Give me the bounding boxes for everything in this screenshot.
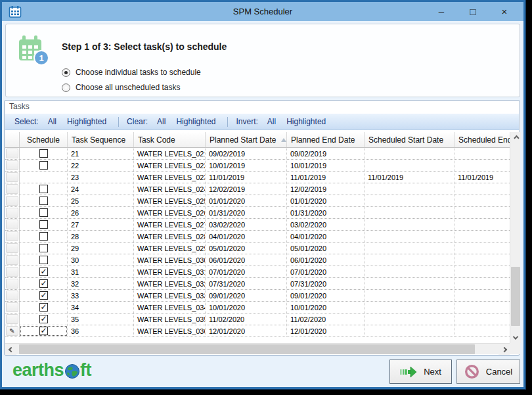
minimize-button[interactable]: – [433,2,450,21]
row-indicator[interactable] [6,160,18,170]
scheduled-end-date-cell[interactable] [454,254,510,266]
row-indicator[interactable] [6,172,18,182]
planned-start-date-cell[interactable]: 11/01/2019 [206,172,287,183]
row-indicator-cell[interactable] [5,314,20,325]
row-indicator[interactable] [6,149,18,158]
row-indicator[interactable] [6,231,18,241]
scheduled-start-date-cell[interactable] [365,183,454,195]
header-task-code[interactable]: Task Code [134,132,206,147]
planned-end-date-cell[interactable]: 10/01/2020 [287,302,365,313]
planned-end-date-cell[interactable]: 11/02/2020 [287,314,365,325]
task-code-cell[interactable]: WATER LEVELS_033 [134,290,206,301]
title-bar[interactable]: SPM Scheduler – □ × [2,2,523,21]
header-planned-end-date[interactable]: Planned End Date [287,132,365,147]
table-row[interactable]: ✎ 36 WATER LEVELS_036 12/01/2020 12/01/2… [5,325,510,337]
task-code-cell[interactable]: WATER LEVELS_032 [134,278,206,289]
schedule-checkbox[interactable] [39,303,48,312]
header-scheduled-start-date[interactable]: Scheduled Start Date [365,132,454,147]
schedule-cell[interactable] [20,207,68,218]
vertical-scroll-thumb[interactable] [511,267,520,326]
clear-all-action[interactable]: All [157,117,166,126]
task-code-cell[interactable]: WATER LEVELS_025 [134,195,206,206]
table-row[interactable]: 24 WATER LEVELS_024 12/02/2019 12/02/201… [5,183,510,195]
table-row[interactable]: 26 WATER LEVELS_026 01/31/2020 01/31/202… [5,207,510,219]
row-indicator-cell[interactable] [5,172,20,183]
scheduled-end-date-cell[interactable] [454,183,510,195]
schedule-cell[interactable] [20,302,68,313]
table-row[interactable]: 23 WATER LEVELS_023 11/01/2019 11/01/201… [5,172,510,183]
schedule-checkbox[interactable] [39,232,48,241]
planned-end-date-cell[interactable]: 01/31/2020 [287,207,365,218]
schedule-cell[interactable] [20,290,68,301]
table-row[interactable]: 22 WATER LEVELS_022 10/01/2019 10/01/201… [5,160,510,172]
planned-start-date-cell[interactable]: 04/01/2020 [206,231,287,242]
scroll-down-button[interactable] [510,332,521,343]
planned-end-date-cell[interactable]: 06/01/2020 [287,254,365,266]
row-indicator-cell[interactable] [5,290,20,301]
scheduled-end-date-cell[interactable] [454,243,510,254]
scheduled-end-date-cell[interactable]: 11/01/2019 [454,172,510,183]
schedule-checkbox[interactable] [39,220,48,229]
planned-start-date-cell[interactable]: 12/02/2019 [206,183,287,195]
table-row[interactable]: 32 WATER LEVELS_032 07/31/2020 07/31/202… [5,278,510,290]
scheduled-end-date-cell[interactable] [454,325,510,337]
radio-all-unscheduled[interactable]: Choose all unscheduled tasks [62,83,180,92]
planned-start-date-cell[interactable]: 09/02/2019 [206,148,287,159]
planned-start-date-cell[interactable]: 12/01/2020 [206,325,287,337]
table-row[interactable]: 35 WATER LEVELS_035 11/02/2020 11/02/202… [5,314,510,325]
task-sequence-cell[interactable]: 34 [68,302,134,313]
scheduled-end-date-cell[interactable] [454,302,510,313]
row-indicator-cell[interactable] [5,160,20,171]
planned-end-date-cell[interactable]: 05/01/2020 [287,243,365,254]
schedule-checkbox[interactable] [39,315,48,323]
select-all-action[interactable]: All [48,117,56,126]
scheduled-start-date-cell[interactable] [365,243,454,254]
table-row[interactable]: 21 WATER LEVELS_021 09/02/2019 09/02/201… [5,148,510,160]
row-indicator[interactable] [6,208,18,218]
planned-end-date-cell[interactable]: 07/31/2020 [287,278,365,289]
schedule-checkbox[interactable] [39,185,48,193]
row-indicator[interactable] [6,302,18,312]
schedule-cell[interactable] [20,219,68,230]
row-indicator[interactable] [6,290,18,300]
schedule-checkbox[interactable] [39,149,48,158]
planned-end-date-cell[interactable]: 04/01/2020 [287,231,365,242]
task-code-cell[interactable]: WATER LEVELS_034 [134,302,206,313]
scheduled-end-date-cell[interactable] [454,290,510,301]
scheduled-end-date-cell[interactable] [454,160,510,171]
task-code-cell[interactable]: WATER LEVELS_035 [134,314,206,325]
clear-highlighted-action[interactable]: Highlighted [176,117,215,126]
row-indicator-cell[interactable] [5,207,20,218]
row-indicator-cell[interactable] [5,278,20,289]
planned-start-date-cell[interactable]: 09/01/2020 [206,290,287,301]
schedule-cell[interactable] [20,325,68,337]
planned-end-date-cell[interactable]: 09/02/2019 [287,148,365,159]
scheduled-start-date-cell[interactable]: 11/01/2019 [365,172,454,183]
schedule-checkbox[interactable] [39,291,48,300]
row-indicator-cell[interactable] [5,231,20,242]
row-indicator[interactable] [6,255,18,265]
task-sequence-cell[interactable]: 23 [68,172,134,183]
schedule-checkbox[interactable] [39,279,48,288]
task-sequence-cell[interactable]: 33 [68,290,134,301]
row-indicator-cell[interactable] [5,243,20,254]
task-code-cell[interactable]: WATER LEVELS_029 [134,243,206,254]
invert-highlighted-action[interactable]: Highlighted [286,117,326,126]
task-sequence-cell[interactable]: 32 [68,278,134,289]
schedule-checkbox[interactable] [39,267,48,276]
scheduled-end-date-cell[interactable] [454,148,510,159]
planned-start-date-cell[interactable]: 10/01/2019 [206,160,287,171]
row-indicator-cell[interactable] [5,302,20,313]
cancel-button[interactable]: Cancel [456,360,520,384]
vertical-scrollbar[interactable] [510,132,520,343]
horizontal-scrollbar[interactable] [5,343,510,354]
task-code-cell[interactable]: WATER LEVELS_023 [134,172,206,183]
scroll-up-button[interactable] [510,132,521,143]
planned-end-date-cell[interactable]: 12/02/2019 [287,183,365,195]
scheduled-end-date-cell[interactable] [454,207,510,218]
planned-start-date-cell[interactable]: 07/01/2020 [206,266,287,277]
row-indicator[interactable] [6,184,18,194]
task-code-cell[interactable]: WATER LEVELS_031 [134,266,206,277]
radio-button-icon[interactable] [62,83,70,92]
table-row[interactable]: 33 WATER LEVELS_033 09/01/2020 09/01/202… [5,290,510,302]
